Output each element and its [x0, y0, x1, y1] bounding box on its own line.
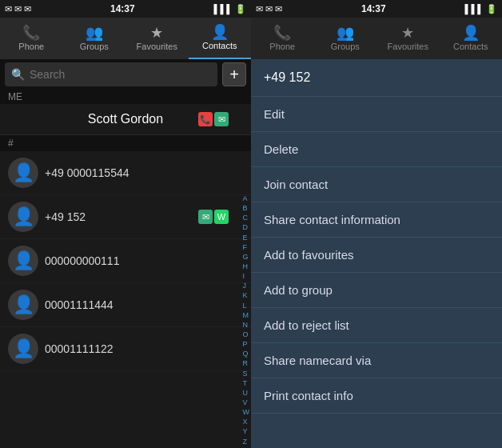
groups-tab-r-icon: 👥 — [337, 26, 354, 40]
left-panel: ✉ ✉ ✉ 14:37 ▌▌▌ 🔋 📞 Phone 👥 Groups ★ Fav… — [0, 0, 251, 448]
tab-phone-left[interactable]: 📞 Phone — [0, 18, 63, 59]
search-bar: 🔍 + — [0, 59, 251, 90]
tab-favourites-label-right: Favourites — [388, 42, 428, 51]
favourites-tab-r-icon: ★ — [401, 26, 414, 40]
signal-icon: ▌▌▌ — [214, 4, 233, 14]
tab-contacts-label-right: Contacts — [453, 42, 488, 51]
context-item-share-info[interactable]: Share contact information — [251, 202, 502, 238]
signal-r-icon: ▌▌▌ — [465, 4, 484, 14]
favourites-tab-icon: ★ — [150, 26, 163, 40]
alphabet-index: A B C D E F G H I J K L M N O P Q R S T … — [243, 194, 250, 446]
contact-number-4: 00001111122 — [45, 342, 243, 355]
contact-avatar-0: 👤 — [8, 158, 38, 188]
tab-phone-label-right: Phone — [269, 42, 295, 51]
tab-groups-label-left: Groups — [80, 42, 109, 51]
contact-info-4: 00001111122 — [45, 342, 243, 355]
contact-number-2: 000000000111 — [45, 254, 243, 267]
contact-list: ME Scott Gordon 📞 ✉ # 👤 +49 0000115544 👤… — [0, 90, 251, 448]
phone-tab-r-icon: 📞 — [273, 26, 291, 40]
tab-favourites-label-left: Favourites — [137, 42, 177, 51]
context-menu-header: +49 152 — [251, 59, 502, 97]
context-menu: +49 152 Edit Delete Join contact Share c… — [251, 59, 502, 448]
contact-avatar-4: 👤 — [8, 334, 38, 364]
battery-r-icon: 🔋 — [486, 4, 497, 14]
tab-groups-right[interactable]: 👥 Groups — [314, 18, 377, 59]
tab-groups-left[interactable]: 👥 Groups — [63, 18, 126, 59]
context-item-print[interactable]: Print contact info — [251, 378, 502, 414]
status-time-right: 14:37 — [361, 3, 386, 14]
contact-number-0: +49 0000115544 — [45, 166, 243, 179]
groups-tab-icon: 👥 — [86, 26, 103, 40]
context-item-add-fav[interactable]: Add to favourites — [251, 238, 502, 273]
context-item-add-group[interactable]: Add to group — [251, 273, 502, 308]
status-right-icons-left: ▌▌▌ 🔋 — [214, 4, 246, 14]
contacts-tab-icon: 👤 — [211, 25, 229, 39]
tab-groups-label-right: Groups — [331, 42, 360, 51]
search-input-wrapper[interactable]: 🔍 — [5, 62, 217, 86]
status-bar-left: ✉ ✉ ✉ 14:37 ▌▌▌ 🔋 — [0, 0, 251, 18]
mail-icon: ✉ — [5, 4, 12, 14]
add-contact-button[interactable]: + — [222, 62, 246, 86]
mail-r-icon3: ✉ — [275, 4, 282, 14]
status-time-left: 14:37 — [110, 3, 135, 14]
status-right-right-icons: ▌▌▌ 🔋 — [465, 4, 497, 14]
search-input[interactable] — [30, 68, 211, 81]
contact-row-3[interactable]: 👤 00001111444 — [0, 283, 251, 327]
msg-badge-1: ✉ — [198, 210, 213, 224]
context-item-edit[interactable]: Edit — [251, 97, 502, 132]
tab-contacts-label-left: Contacts — [202, 41, 237, 50]
contact-row-2[interactable]: 👤 000000000111 — [0, 239, 251, 283]
me-msg-icon: ✉ — [214, 112, 229, 126]
status-right-left-icons: ✉ ✉ ✉ — [256, 4, 282, 14]
contact-number-3: 00001111444 — [45, 298, 243, 311]
me-contact-icons: 📞 ✉ — [198, 112, 229, 126]
tab-bar-left: 📞 Phone 👥 Groups ★ Favourites 👤 Contacts — [0, 18, 251, 59]
me-contact-row[interactable]: Scott Gordon 📞 ✉ — [0, 104, 251, 135]
contact-info-2: 000000000111 — [45, 254, 243, 267]
tab-phone-right[interactable]: 📞 Phone — [251, 18, 314, 59]
mail-icon2: ✉ — [14, 4, 22, 14]
me-contact-name: Scott Gordon — [88, 112, 163, 126]
context-item-join[interactable]: Join contact — [251, 167, 502, 202]
whatsapp-badge-1: W — [214, 210, 229, 224]
battery-icon: 🔋 — [235, 4, 246, 14]
contact-info-0: +49 0000115544 — [45, 166, 243, 179]
mail-r-icon: ✉ — [256, 4, 263, 14]
context-item-delete[interactable]: Delete — [251, 132, 502, 167]
contact-row-1[interactable]: 👤 +49 152 ✉ W — [0, 195, 251, 239]
tab-contacts-left[interactable]: 👤 Contacts — [189, 18, 252, 59]
contacts-tab-r-icon: 👤 — [462, 26, 480, 40]
me-section-label: ME — [0, 90, 251, 104]
contact-info-3: 00001111444 — [45, 298, 243, 311]
phone-tab-icon: 📞 — [22, 26, 40, 40]
mail-r-icon2: ✉ — [265, 4, 273, 14]
contact-avatar-3: 👤 — [8, 290, 38, 320]
context-item-namecard[interactable]: Share namecard via — [251, 343, 502, 378]
status-left-icons: ✉ ✉ ✉ — [5, 4, 31, 14]
contact-row-4[interactable]: 👤 00001111122 — [0, 327, 251, 371]
status-bar-right: ✉ ✉ ✉ 14:37 ▌▌▌ 🔋 — [251, 0, 502, 18]
contact-avatar-2: 👤 — [8, 246, 38, 276]
right-panel: ✉ ✉ ✉ 14:37 ▌▌▌ 🔋 📞 Phone 👥 Groups ★ Fav… — [251, 0, 502, 448]
search-icon: 🔍 — [11, 68, 25, 81]
tab-bar-right: 📞 Phone 👥 Groups ★ Favourites 👤 Contacts — [251, 18, 502, 59]
me-phone-icon: 📞 — [198, 112, 213, 126]
tab-favourites-left[interactable]: ★ Favourites — [126, 18, 189, 59]
context-item-reject[interactable]: Add to reject list — [251, 308, 502, 343]
hash-section-label: # — [0, 135, 251, 151]
contact-avatar-1: 👤 — [8, 202, 38, 232]
contact-badges-1: ✉ W — [198, 210, 229, 224]
tab-favourites-right[interactable]: ★ Favourites — [376, 18, 440, 59]
contact-row-0[interactable]: 👤 +49 0000115544 — [0, 151, 251, 195]
tab-contacts-right[interactable]: 👤 Contacts — [440, 18, 503, 59]
mail-icon3: ✉ — [24, 4, 31, 14]
tab-phone-label-left: Phone — [18, 42, 44, 51]
